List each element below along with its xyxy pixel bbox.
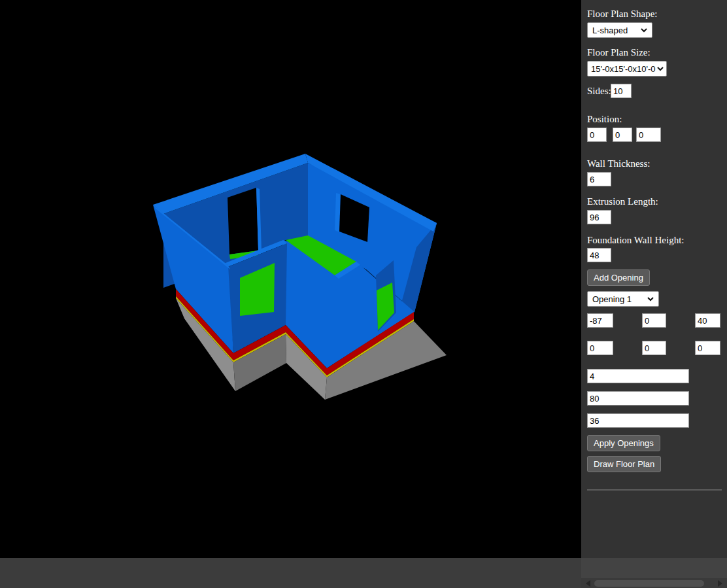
apply-openings-button[interactable]: Apply Openings	[587, 435, 660, 451]
scroll-right-arrow-icon[interactable]	[718, 580, 722, 587]
draw-floor-plan-button[interactable]: Draw Floor Plan	[587, 456, 661, 472]
opening-pos-x-input[interactable]	[587, 313, 613, 328]
position-y-input[interactable]	[613, 128, 632, 142]
sides-input[interactable]	[611, 84, 632, 98]
scroll-left-arrow-icon[interactable]	[586, 580, 590, 587]
control-panel: Floor Plan Shape: L-shaped Floor Plan Si…	[581, 0, 727, 558]
model-door-opening	[228, 188, 258, 254]
extrusion-length-input[interactable]	[587, 210, 611, 224]
add-opening-button[interactable]: Add Opening	[587, 269, 650, 286]
chevron-down-icon	[647, 297, 654, 302]
opening-param-3-input[interactable]	[587, 413, 689, 428]
opening-param-2-input[interactable]	[587, 391, 689, 406]
opening-param-1-input[interactable]	[587, 369, 689, 383]
floor-plan-shape-value: L-shaped	[592, 26, 628, 35]
bottom-strip	[0, 558, 581, 588]
opening-select-value: Opening 1	[592, 294, 632, 304]
position-z-input[interactable]	[636, 128, 661, 142]
foundation-wall-height-label: Foundation Wall Height:	[587, 235, 685, 246]
wall-thickness-label: Wall Thickness:	[587, 158, 650, 169]
panel-divider	[587, 489, 722, 491]
chevron-down-icon	[641, 28, 647, 33]
extrusion-length-label: Extrusion Length:	[587, 196, 658, 207]
3d-viewport[interactable]	[0, 0, 581, 558]
scrollbar-thumb[interactable]	[594, 580, 704, 587]
sides-label: Sides:	[587, 86, 611, 97]
app-window: Floor Plan Shape: L-shaped Floor Plan Si…	[0, 0, 727, 588]
opening-rot-y-input[interactable]	[642, 341, 666, 355]
chevron-down-icon	[657, 67, 664, 71]
foundation-wall-height-input[interactable]	[587, 248, 611, 262]
wall-thickness-input[interactable]	[587, 172, 611, 186]
floor-plan-shape-select[interactable]: L-shaped	[587, 22, 652, 38]
opening-select[interactable]: Opening 1	[587, 291, 659, 307]
opening-pos-z-input[interactable]	[695, 313, 720, 328]
floor-plan-size-value: 15'-0x15'-0x10'-0	[591, 64, 656, 74]
opening-rot-x-input[interactable]	[587, 341, 613, 355]
floor-plan-size-label: Floor Plan Size:	[587, 47, 651, 58]
position-label: Position:	[587, 114, 622, 125]
position-x-input[interactable]	[587, 128, 607, 142]
floor-plan-size-select[interactable]: 15'-0x15'-0x10'-0	[587, 61, 667, 77]
opening-rot-z-input[interactable]	[695, 341, 720, 355]
floor-plan-shape-label: Floor Plan Shape:	[587, 9, 658, 20]
horizontal-scrollbar[interactable]	[581, 578, 727, 588]
floor-plan-3d-model	[0, 0, 581, 558]
opening-pos-y-input[interactable]	[642, 313, 666, 328]
